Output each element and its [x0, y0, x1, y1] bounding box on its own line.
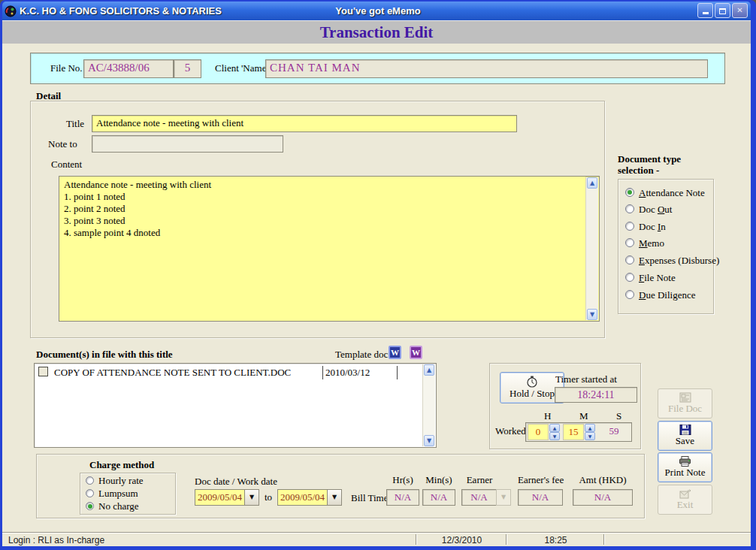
word-template-icon-1[interactable]: W — [389, 346, 401, 359]
window-controls: ✕ — [696, 3, 748, 18]
word-template-icon-2[interactable]: W — [410, 346, 422, 359]
exit-button: Exit — [658, 485, 712, 515]
title-bar: K.C. HO & FONG SOLICITORS & NOTARIES You… — [2, 2, 751, 20]
worked-seconds-field: 59 — [598, 424, 630, 440]
file-doc-icon — [679, 392, 691, 403]
status-date: 12/3/2010 — [418, 535, 506, 545]
radio-doc-in[interactable] — [625, 222, 634, 231]
date-to-value[interactable]: 2009/05/04 — [277, 489, 327, 506]
radio-expenses[interactable] — [625, 255, 634, 264]
content-textarea[interactable]: Attendance note - meeting with client 1.… — [59, 177, 585, 321]
client-name-label: Client 'Name — [215, 62, 266, 74]
radio-no-charge[interactable] — [86, 502, 94, 510]
header-strip: Transaction Edit — [2, 20, 751, 44]
maximize-icon — [719, 8, 726, 14]
print-note-button[interactable]: Print Note — [658, 452, 712, 482]
date-from-value[interactable]: 2009/05/04 — [195, 489, 244, 506]
maximize-button[interactable] — [715, 3, 730, 18]
charge-panel: Charge method Hourly rate Lumpsum No cha… — [36, 454, 645, 518]
timer-groupbox: Hold / Stop Timer started at 18:24:11 H … — [489, 363, 641, 449]
login-status: Login : RLI as In-charge — [8, 535, 104, 545]
file-no-field[interactable]: AC/43888/06 — [83, 59, 174, 78]
file-header-panel: File No. AC/43888/06 5 Client 'Name CHAN… — [30, 53, 725, 84]
document-checkbox[interactable] — [38, 367, 48, 376]
scroll-up-icon[interactable]: ▲ — [424, 364, 434, 376]
radio-attendance-note[interactable] — [625, 188, 634, 197]
documents-scrollbar[interactable]: ▲ ▼ — [422, 364, 435, 446]
hours-stepper[interactable]: ▲▼ — [549, 424, 560, 440]
bill-col-hrs: Hr(s) — [386, 474, 419, 486]
minimize-icon — [703, 12, 709, 14]
doc-type-heading-1: Document type — [618, 153, 681, 165]
timer-started-value: 18:24:11 — [555, 387, 637, 403]
document-name: COPY OF ATTENDANCE NOTE SENT TO CLIENT.D… — [54, 367, 291, 379]
close-button[interactable]: ✕ — [732, 3, 748, 18]
timer-started-label: Timer started at — [555, 373, 617, 385]
document-date: 2010/03/12 — [325, 367, 370, 379]
bill-col-fee: Earner's fee — [518, 474, 563, 486]
statusbar-divider — [603, 534, 605, 545]
close-icon: ✕ — [736, 7, 742, 14]
save-button[interactable]: Save — [658, 421, 712, 451]
chevron-down-icon[interactable]: ▼ — [327, 489, 342, 506]
documents-listbox[interactable]: COPY OF ATTENDANCE NOTE SENT TO CLIENT.D… — [34, 363, 437, 448]
content-scrollbar[interactable]: ▲ ▼ — [585, 177, 598, 320]
worked-hours-field[interactable]: 0 — [528, 424, 549, 440]
charge-method-groupbox: Hourly rate Lumpsum No charge — [80, 473, 176, 515]
statusbar-divider — [506, 534, 507, 545]
stopwatch-icon — [526, 376, 538, 388]
note-to-field[interactable] — [92, 135, 283, 153]
bill-earner-field: N/A — [461, 489, 496, 506]
ememo-notice: You've got eMemo — [269, 5, 487, 17]
bill-amt-field: N/A — [573, 489, 633, 506]
exit-icon — [679, 489, 691, 499]
title-label: Title — [66, 118, 84, 130]
doc-type-heading-2: selection - — [618, 165, 659, 177]
charge-method-heading: Charge method — [89, 459, 154, 471]
app-window: K.C. HO & FONG SOLICITORS & NOTARIES You… — [0, 0, 756, 550]
minutes-label: M — [579, 410, 588, 422]
scroll-down-icon[interactable]: ▼ — [587, 309, 597, 320]
file-no-label: File No. — [50, 62, 83, 74]
content-label: Content — [51, 159, 82, 171]
main-area: File No. AC/43888/06 5 Client 'Name CHAN… — [2, 44, 751, 532]
bill-mins-field: N/A — [422, 489, 455, 506]
chevron-down-icon: ▼ — [496, 489, 511, 506]
client-name-field[interactable]: CHAN TAI MAN — [265, 59, 708, 78]
date-from-combo[interactable]: 2009/05/04 ▼ — [195, 489, 259, 506]
bill-col-earner: Earner — [461, 474, 497, 486]
statusbar-divider — [416, 534, 417, 545]
radio-due-diligence[interactable] — [625, 290, 634, 299]
file-seq-field[interactable]: 5 — [174, 59, 201, 78]
radio-doc-out[interactable] — [625, 204, 634, 213]
chevron-down-icon[interactable]: ▼ — [244, 489, 259, 506]
radio-file-note[interactable] — [625, 273, 634, 282]
documents-heading: Document(s) in file with this title — [36, 349, 173, 361]
doc-date-label: Doc date / Work date — [195, 476, 277, 488]
page-title: Transaction Edit — [320, 23, 434, 42]
window-title: K.C. HO & FONG SOLICITORS & NOTARIES — [20, 5, 222, 17]
app-icon — [5, 5, 17, 17]
radio-lumpsum[interactable] — [86, 489, 94, 497]
title-field[interactable]: Attendance note - meeting with client — [92, 115, 517, 132]
scroll-up-icon[interactable]: ▲ — [587, 177, 597, 189]
bill-time-label: Bill Time — [351, 492, 389, 504]
bill-col-mins: Min(s) — [422, 474, 455, 486]
template-doc-label: Template doc — [335, 349, 388, 361]
scroll-down-icon[interactable]: ▼ — [424, 435, 434, 446]
bill-fee-field: N/A — [518, 489, 563, 506]
radio-hourly-rate[interactable] — [86, 476, 94, 485]
worked-minutes-field[interactable]: 15 — [563, 424, 584, 440]
bill-col-amt: Amt (HKD) — [573, 474, 633, 486]
minutes-stepper[interactable]: ▲▼ — [585, 424, 595, 440]
radio-memo[interactable] — [625, 238, 634, 247]
status-bar: Login : RLI as In-charge 12/3/2010 18:25 — [2, 532, 751, 546]
doc-type-groupbox: Attendance Note Doc Out Doc In Memo Expe… — [618, 179, 714, 314]
minimize-button[interactable] — [697, 3, 713, 18]
seconds-label: S — [616, 410, 621, 422]
to-label: to — [265, 491, 272, 503]
worked-time-box: 0 ▲▼ 15 ▲▼ 59 — [525, 422, 632, 442]
printer-icon — [679, 456, 692, 467]
date-to-combo[interactable]: 2009/05/04 ▼ — [277, 489, 342, 506]
column-divider — [322, 366, 323, 379]
